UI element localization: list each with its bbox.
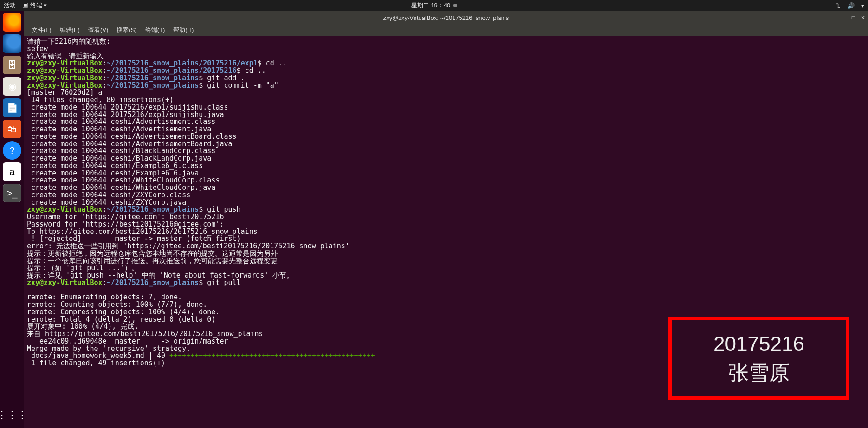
overlay-name: 张雪原 xyxy=(728,358,790,387)
menu-view[interactable]: 查看(V) xyxy=(84,25,112,35)
network-icon[interactable]: ⇅ xyxy=(836,2,841,9)
gnome-topbar: 活动 ▣ 终端 ▾ 星期二 19：40 ⇅ 🔊 ▾ xyxy=(0,0,868,11)
menu-edit[interactable]: 编辑(E) xyxy=(56,25,84,35)
help-launcher[interactable]: ? xyxy=(3,141,21,160)
software-launcher[interactable]: 🛍 xyxy=(3,120,21,138)
amazon-launcher[interactable]: a xyxy=(3,162,21,181)
thunderbird-launcher[interactable] xyxy=(3,34,21,53)
menu-terminal[interactable]: 终端(T) xyxy=(142,25,169,35)
activities-button[interactable]: 活动 xyxy=(4,1,16,10)
rhythmbox-launcher[interactable]: ◉ xyxy=(3,77,21,96)
firefox-launcher[interactable] xyxy=(3,13,21,32)
menu-help[interactable]: 帮助(H) xyxy=(169,25,197,35)
show-applications-icon[interactable]: ⋮⋮⋮ xyxy=(3,406,21,424)
volume-icon[interactable]: 🔊 xyxy=(847,2,855,9)
recording-indicator-icon xyxy=(453,4,457,7)
window-titlebar[interactable]: zxy@zxy-VirtualBox: ~/20175216_snow_plai… xyxy=(24,11,868,24)
minimize-button[interactable]: — xyxy=(841,14,846,21)
clock[interactable]: 星期二 19：40 xyxy=(411,1,457,10)
maximize-button[interactable]: □ xyxy=(852,14,855,21)
terminal-menubar: 文件(F) 编辑(E) 查看(V) 搜索(S) 终端(T) 帮助(H) xyxy=(24,24,868,36)
menu-search[interactable]: 搜索(S) xyxy=(113,25,140,35)
power-menu-icon[interactable]: ▾ xyxy=(861,2,864,9)
dock: 🗄 ◉ 📄 🛍 ? a >_ ⋮⋮⋮ xyxy=(0,11,24,428)
close-button[interactable]: ✕ xyxy=(861,14,865,21)
app-menu[interactable]: ▣ 终端 ▾ xyxy=(22,1,47,10)
writer-launcher[interactable]: 📄 xyxy=(3,98,21,117)
menu-file[interactable]: 文件(F) xyxy=(28,25,55,35)
window-title: zxy@zxy-VirtualBox: ~/20175216_snow_plai… xyxy=(383,14,509,21)
overlay-id: 20175216 xyxy=(713,330,804,358)
files-launcher[interactable]: 🗄 xyxy=(3,56,21,74)
annotation-overlay: 20175216 张雪原 xyxy=(668,317,849,400)
terminal-launcher[interactable]: >_ xyxy=(3,184,21,202)
